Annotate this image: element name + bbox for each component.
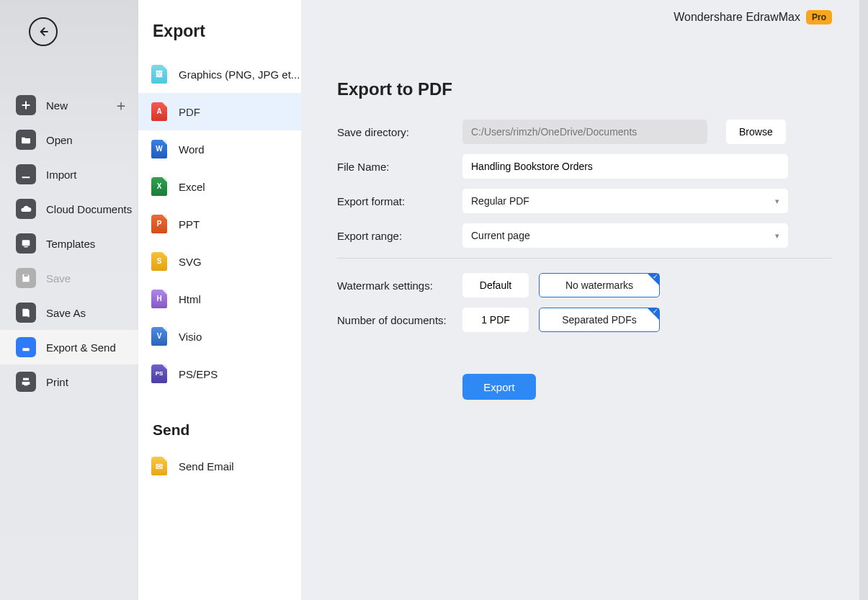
scrollbar[interactable] <box>859 0 868 600</box>
sidebar-item-label: Save As <box>46 307 86 319</box>
save-as-icon <box>16 303 36 323</box>
export-range-select[interactable]: Current page ▾ <box>462 223 788 248</box>
export-item-label: PS/EPS <box>179 368 218 380</box>
pro-badge: Pro <box>806 10 832 24</box>
export-item-excel[interactable]: Excel <box>138 168 301 205</box>
cloud-icon <box>16 199 36 219</box>
sidebar-item-label: Open <box>46 134 73 146</box>
export-item-label: Visio <box>179 331 202 343</box>
export-item-visio[interactable]: Visio <box>138 318 301 355</box>
word-file-icon <box>151 140 167 158</box>
primary-sidebar: New ＋ Open Import Cloud Documents Templa… <box>0 0 138 600</box>
ppt-file-icon <box>151 215 167 233</box>
sidebar-item-cloud-documents[interactable]: Cloud Documents <box>0 192 138 226</box>
separated-pdfs-button[interactable]: Separated PDFs <box>539 308 660 332</box>
sidebar-item-export-send[interactable]: Export & Send <box>0 330 138 364</box>
watermark-none-button[interactable]: No watermarks <box>539 273 660 297</box>
label-save-directory: Save directory: <box>337 126 452 138</box>
sidebar-item-templates[interactable]: Templates <box>0 226 138 261</box>
export-item-label: SVG <box>179 256 202 268</box>
send-section-title: Send <box>138 393 301 447</box>
sidebar-item-import[interactable]: Import <box>0 157 138 192</box>
sidebar-item-label: Export & Send <box>46 341 116 354</box>
export-item-graphics[interactable]: Graphics (PNG, JPG et... <box>138 55 301 93</box>
svg-rect-0 <box>22 240 30 246</box>
back-button[interactable] <box>29 17 58 46</box>
label-watermark: Watermark settings: <box>337 279 452 292</box>
separated-pdfs-label: Separated PDFs <box>562 314 637 326</box>
image-file-icon <box>151 65 167 84</box>
sidebar-item-open[interactable]: Open <box>0 122 138 157</box>
label-export-format: Export format: <box>337 195 452 207</box>
print-icon <box>16 372 36 392</box>
sidebar-item-label: New <box>46 99 68 112</box>
svg-file-icon <box>151 252 167 271</box>
export-item-label: Excel <box>179 181 205 193</box>
svg-rect-1 <box>24 246 27 247</box>
watermark-default-button[interactable]: Default <box>462 273 529 297</box>
export-item-html[interactable]: Html <box>138 280 301 318</box>
excel-file-icon <box>151 177 167 196</box>
export-item-label: Html <box>179 293 201 305</box>
new-quick-icon[interactable]: ＋ <box>114 96 128 115</box>
watermark-none-label: No watermarks <box>565 279 633 291</box>
brand-name: Wondershare EdrawMax <box>674 11 800 24</box>
export-item-pseps[interactable]: PS/EPS <box>138 355 301 393</box>
save-icon <box>16 268 36 288</box>
export-range-value: Current page <box>471 230 530 241</box>
export-icon <box>16 337 36 357</box>
sidebar-item-save-as[interactable]: Save As <box>0 295 138 330</box>
browse-button[interactable]: Browse <box>726 120 786 144</box>
send-item-label: Send Email <box>179 460 234 473</box>
single-pdf-button[interactable]: 1 PDF <box>462 308 529 332</box>
export-item-label: PDF <box>179 106 200 118</box>
sidebar-item-save: Save <box>0 261 138 295</box>
selected-check-icon <box>648 308 659 320</box>
export-item-label: PPT <box>179 218 200 230</box>
export-format-value: Regular PDF <box>471 195 529 207</box>
folder-icon <box>16 130 36 150</box>
chevron-down-icon: ▾ <box>775 231 779 241</box>
sidebar-item-label: Import <box>46 169 77 181</box>
export-item-svg[interactable]: SVG <box>138 243 301 280</box>
brand-bar: Wondershare EdrawMax Pro <box>674 10 832 24</box>
export-button[interactable]: Export <box>462 374 536 400</box>
sidebar-item-label: Save <box>46 272 71 285</box>
export-item-pdf[interactable]: PDF <box>138 93 301 130</box>
export-form-panel: Wondershare EdrawMax Pro Export to PDF S… <box>301 0 868 600</box>
visio-file-icon <box>151 327 167 346</box>
sidebar-item-label: Cloud Documents <box>46 203 132 215</box>
arrow-left-icon <box>36 24 50 39</box>
svg-rect-2 <box>24 274 27 277</box>
sidebar-item-label: Templates <box>46 238 95 250</box>
mail-icon <box>151 457 167 475</box>
import-icon <box>16 164 36 184</box>
chevron-down-icon: ▾ <box>775 197 779 206</box>
export-format-panel: Export Graphics (PNG, JPG et... PDF Word… <box>138 0 301 600</box>
export-format-select[interactable]: Regular PDF ▾ <box>462 189 788 213</box>
pdf-file-icon <box>151 102 167 121</box>
export-item-label: Graphics (PNG, JPG et... <box>179 68 300 81</box>
export-item-word[interactable]: Word <box>138 130 301 168</box>
export-item-label: Word <box>179 143 205 156</box>
export-panel-title: Export <box>138 22 301 55</box>
label-file-name: File Name: <box>337 161 452 173</box>
file-name-input[interactable] <box>462 154 788 179</box>
selected-check-icon <box>648 274 659 285</box>
label-num-docs: Number of documents: <box>337 314 452 326</box>
sidebar-item-label: Print <box>46 376 68 388</box>
save-directory-input[interactable] <box>462 120 707 144</box>
ps-file-icon <box>151 364 167 383</box>
send-item-email[interactable]: Send Email <box>138 447 301 485</box>
html-file-icon <box>151 290 167 308</box>
templates-icon <box>16 233 36 254</box>
sidebar-item-print[interactable]: Print <box>0 364 138 399</box>
divider <box>337 258 832 259</box>
export-item-ppt[interactable]: PPT <box>138 205 301 243</box>
label-export-range: Export range: <box>337 230 452 242</box>
plus-icon <box>16 95 36 115</box>
sidebar-item-new[interactable]: New ＋ <box>0 88 138 122</box>
